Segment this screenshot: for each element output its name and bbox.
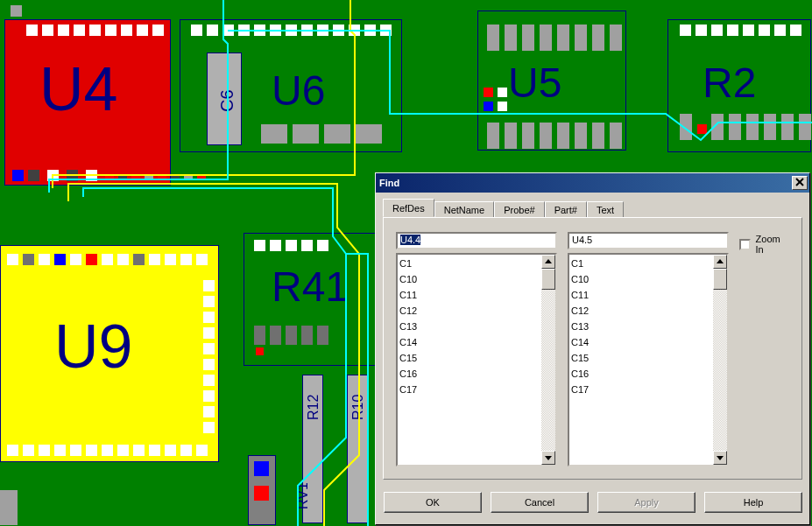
chevron-down-icon [542, 452, 554, 464]
list-item[interactable]: C12 [399, 303, 540, 319]
pad [131, 175, 140, 179]
list-item[interactable]: C17 [571, 382, 711, 397]
list-item[interactable]: C16 [571, 366, 711, 382]
pad [484, 102, 493, 111]
pad [487, 123, 499, 149]
tab-refdes[interactable]: RefDes [383, 199, 434, 217]
pad [180, 445, 192, 456]
pad [743, 25, 754, 36]
close-button[interactable] [792, 176, 808, 190]
scroll-down-button[interactable] [541, 451, 555, 465]
list-item[interactable]: C1 [399, 256, 540, 271]
pad [759, 25, 770, 36]
tab-netname[interactable]: NetName [434, 201, 494, 218]
pad [207, 25, 218, 36]
zoom-in-checkbox[interactable] [739, 239, 751, 250]
pad [203, 375, 215, 386]
list-item[interactable]: C13 [399, 319, 540, 334]
label-U5: U5 [508, 59, 561, 107]
scroll-thumb[interactable] [713, 269, 727, 290]
refdes-list-2[interactable]: C1 C10 C11 C12 C13 C14 C15 C16 C17 [568, 253, 729, 466]
pad [484, 88, 493, 97]
pad [86, 254, 97, 265]
pad [575, 25, 587, 51]
pad [203, 280, 215, 291]
pad [203, 422, 215, 433]
refdes-list-2-items: C1 C10 C11 C12 C13 C14 C15 C16 C17 [569, 255, 713, 465]
pad [270, 326, 281, 345]
ok-button[interactable]: OK [384, 492, 482, 513]
pad [133, 254, 145, 265]
pad [203, 359, 215, 370]
list-item[interactable]: C15 [571, 350, 711, 366]
options-area: Zoom In [739, 232, 789, 466]
refdes-input-2[interactable]: U4.5 [568, 232, 729, 249]
pad [254, 326, 265, 345]
list-item[interactable]: C14 [399, 334, 540, 350]
list-item[interactable]: C14 [571, 334, 711, 350]
pad [301, 326, 313, 345]
list-item[interactable]: C1 [571, 256, 711, 271]
chevron-down-icon [714, 452, 726, 464]
scroll-track[interactable] [541, 269, 555, 451]
pad [333, 25, 344, 36]
label-R12: R12 [306, 395, 321, 420]
scrollbar-1[interactable] [541, 255, 555, 465]
scroll-up-button[interactable] [541, 255, 555, 269]
pad [23, 254, 34, 265]
apply-button[interactable]: Apply [597, 492, 695, 513]
pad [203, 312, 215, 323]
pad [610, 123, 622, 149]
pad [317, 25, 328, 36]
scroll-thumb[interactable] [541, 269, 555, 290]
label-R2: R2 [703, 59, 756, 107]
list-item[interactable]: C10 [571, 271, 711, 287]
pad [74, 25, 85, 36]
label-R41: R41 [272, 263, 349, 311]
list-item[interactable]: C12 [571, 303, 711, 319]
pad [505, 123, 517, 149]
pad [89, 25, 101, 36]
scroll-track[interactable] [713, 269, 727, 451]
chevron-up-icon [714, 256, 726, 268]
pad [171, 175, 180, 179]
pad [11, 5, 22, 17]
refdes-input-1[interactable]: U4.4 [396, 232, 557, 249]
refdes-list-1[interactable]: C1 C10 C11 C12 C13 C14 C15 C16 C17 [396, 253, 557, 466]
svg-marker-4 [717, 259, 724, 263]
pad [102, 254, 113, 265]
pad [58, 25, 69, 36]
tab-part[interactable]: Part# [545, 201, 587, 218]
scroll-up-button[interactable] [713, 255, 727, 269]
help-button[interactable]: Help [704, 492, 802, 513]
list-item[interactable]: C11 [571, 287, 711, 303]
pad [203, 327, 215, 339]
scroll-down-button[interactable] [713, 451, 727, 465]
pad [610, 25, 622, 51]
list-item[interactable]: C16 [399, 366, 540, 382]
pad [764, 114, 776, 140]
list-item[interactable]: C13 [571, 319, 711, 334]
pad [12, 170, 24, 181]
close-icon [794, 177, 806, 187]
list-item[interactable]: C10 [399, 271, 540, 287]
pad [380, 25, 392, 36]
pad [117, 254, 129, 265]
pad [711, 25, 723, 36]
list-item[interactable]: C15 [399, 350, 540, 366]
pad [575, 123, 587, 149]
scrollbar-2[interactable] [713, 255, 727, 465]
pad [592, 123, 604, 149]
list-item[interactable]: C17 [399, 382, 540, 397]
cancel-button[interactable]: Cancel [491, 492, 589, 513]
pad [324, 124, 350, 144]
pad [203, 296, 215, 307]
pad [54, 254, 66, 265]
list-item[interactable]: C11 [399, 287, 540, 303]
tab-text[interactable]: Text [587, 201, 624, 218]
pad [498, 102, 507, 111]
tab-probe[interactable]: Probe# [494, 201, 544, 218]
pad [286, 240, 297, 251]
label-U4: U4 [39, 54, 117, 124]
titlebar[interactable]: Find [376, 173, 809, 193]
